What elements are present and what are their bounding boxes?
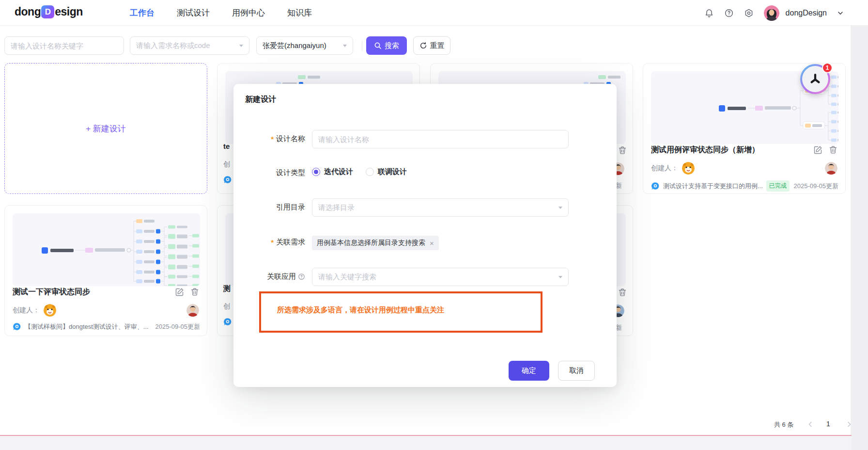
- caret-down-icon: [239, 45, 243, 47]
- requirement-filter-placeholder: 请输入需求名称或code: [136, 41, 210, 50]
- search-icon: [374, 42, 382, 49]
- status-badge: 已完成: [766, 180, 790, 192]
- page-number[interactable]: 1: [826, 420, 830, 428]
- edit-icon[interactable]: [175, 288, 184, 296]
- updated-date: 2025-09-05更新: [794, 182, 839, 191]
- modal-title: 新建设计: [245, 95, 276, 105]
- header-right-cluster: dongDesign: [704, 0, 844, 26]
- caret-down-icon: [558, 207, 562, 209]
- design-name-field[interactable]: [312, 130, 569, 148]
- radio-selected-icon: [312, 168, 320, 176]
- assistant-badge: 1: [822, 63, 833, 73]
- creator-avatar: [682, 162, 695, 175]
- requirement-tag-row: 用例基本信息选择所属目录支持搜索 ×: [312, 236, 439, 250]
- design-name-modal-input[interactable]: [318, 135, 562, 144]
- design-type-radio-group: 迭代设计 联调设计: [312, 167, 407, 177]
- reset-button-label: 重置: [430, 41, 445, 50]
- nav-item-test-design[interactable]: 测试设计: [177, 7, 210, 18]
- new-design-card[interactable]: + 新建设计: [4, 63, 207, 194]
- requirement-filter-select[interactable]: 请输入需求名称或code: [130, 36, 249, 55]
- settings-icon[interactable]: [744, 8, 754, 18]
- user-avatar[interactable]: [764, 5, 779, 21]
- creator-avatar: [44, 304, 56, 317]
- caret-down-icon: [558, 276, 562, 278]
- cancel-button[interactable]: 取消: [558, 361, 595, 381]
- assistant-widget[interactable]: 1: [800, 64, 830, 94]
- member-avatar: [186, 304, 199, 317]
- new-design-modal: 新建设计 * 设计名称 设计类型 迭代设计 联调设计 引用目录 请选择目录 * …: [233, 84, 617, 387]
- new-design-label: + 新建设计: [86, 123, 126, 134]
- design-name-input[interactable]: [11, 42, 118, 50]
- app-logo: dongDesign: [15, 5, 83, 18]
- logo-text-prefix: dong: [15, 5, 41, 18]
- delete-icon[interactable]: [190, 288, 199, 296]
- radio-iteration-design[interactable]: 迭代设计: [312, 167, 353, 177]
- edit-icon[interactable]: [814, 145, 822, 154]
- requirement-icon: [13, 322, 21, 331]
- nav-item-knowledge-base[interactable]: 知识库: [287, 7, 312, 18]
- required-asterisk: *: [271, 135, 274, 143]
- delete-icon[interactable]: [618, 288, 627, 297]
- design-card[interactable]: 测试一下评审状态同步 创建人： 【测试样板间】dongtest测试设计、评审、.…: [4, 205, 207, 336]
- member-avatar: [825, 162, 837, 175]
- delete-icon[interactable]: [618, 146, 627, 155]
- app-label: 关联应用: [233, 272, 305, 281]
- delete-icon[interactable]: [829, 145, 837, 154]
- logo-text-suffix: esign: [55, 5, 83, 18]
- card-title-fragment: 测: [223, 284, 231, 293]
- warning-box: 所选需求涉及多语言，请在设计用例过程中重点关注: [259, 291, 542, 333]
- pagination-total: 共 6 条: [774, 420, 793, 429]
- app-select[interactable]: 请输入关键字搜索: [312, 268, 569, 286]
- requirement-icon: [651, 182, 660, 191]
- radio-joint-design[interactable]: 联调设计: [366, 167, 407, 177]
- bell-icon[interactable]: [704, 8, 714, 18]
- page-prev-icon[interactable]: [807, 421, 814, 428]
- card-title-fragment: te: [223, 142, 230, 150]
- nav-item-workbench[interactable]: 工作台: [130, 7, 155, 18]
- creator-label-fragment: 创: [223, 302, 230, 311]
- owner-select-value: 张爱芸(zhangaiyun): [263, 41, 326, 50]
- help-circle-icon[interactable]: [298, 273, 305, 280]
- ref-catalog-select[interactable]: 请选择目录: [312, 198, 569, 217]
- ref-catalog-placeholder: 请选择目录: [318, 203, 355, 212]
- creator-row: 创建人：: [651, 162, 695, 175]
- right-gutter: [851, 26, 868, 450]
- card-actions: [814, 145, 837, 154]
- card-actions: [175, 288, 199, 296]
- creator-label: 创建人：: [651, 164, 678, 173]
- requirement-text: 【测试样板间】dongtest测试设计、评审、...: [25, 322, 149, 331]
- reset-button[interactable]: 重置: [413, 36, 450, 55]
- mindmap-thumbnail: [13, 213, 200, 286]
- required-asterisk: *: [271, 238, 274, 246]
- warning-text: 所选需求涉及多语言，请在设计用例过程中重点关注: [277, 305, 541, 315]
- reset-icon: [419, 42, 427, 49]
- help-icon[interactable]: [724, 8, 734, 18]
- owner-select[interactable]: 张爱芸(zhangaiyun): [256, 36, 353, 55]
- filter-divider: [362, 41, 362, 51]
- footer-strip: [0, 436, 852, 450]
- design-name-filter[interactable]: [4, 36, 124, 55]
- search-button[interactable]: 搜索: [366, 36, 407, 55]
- requirement-tag[interactable]: 用例基本信息选择所属目录支持搜索 ×: [312, 236, 439, 250]
- design-type-label: 设计类型: [233, 168, 305, 177]
- requirement-row: 【测试样板间】dongtest测试设计、评审、... 2025-09-05更新: [13, 322, 200, 331]
- tag-close-icon[interactable]: ×: [430, 240, 434, 247]
- page-next-icon[interactable]: [846, 421, 852, 428]
- card-title: 测试用例评审状态同步（新增）: [651, 145, 760, 155]
- filter-bar: 请输入需求名称或code 张爱芸(zhangaiyun) 搜索 重置: [0, 36, 868, 56]
- requirement-text: 测试设计支持基于变更接口的用例...: [663, 182, 763, 191]
- main-nav: 工作台 测试设计 用例中心 知识库: [130, 0, 312, 26]
- window-bottom-line: [0, 435, 852, 436]
- card-title: 测试一下评审状态同步: [13, 287, 90, 297]
- design-name-label: * 设计名称: [233, 134, 305, 144]
- requirement-row: 测试设计支持基于变更接口的用例... 已完成 2025-09-05更新: [651, 180, 838, 192]
- chevron-down-icon[interactable]: [837, 10, 844, 16]
- creator-row: 创建人：: [13, 304, 56, 317]
- user-name[interactable]: dongDesign: [786, 9, 827, 17]
- ref-catalog-label: 引用目录: [233, 203, 305, 212]
- creator-label-fragment: 创: [223, 160, 230, 169]
- nav-item-case-center[interactable]: 用例中心: [232, 7, 265, 18]
- confirm-button[interactable]: 确定: [509, 361, 549, 381]
- requirement-label: * 关联需求: [233, 238, 305, 247]
- updated-date: 2025-09-05更新: [155, 322, 201, 331]
